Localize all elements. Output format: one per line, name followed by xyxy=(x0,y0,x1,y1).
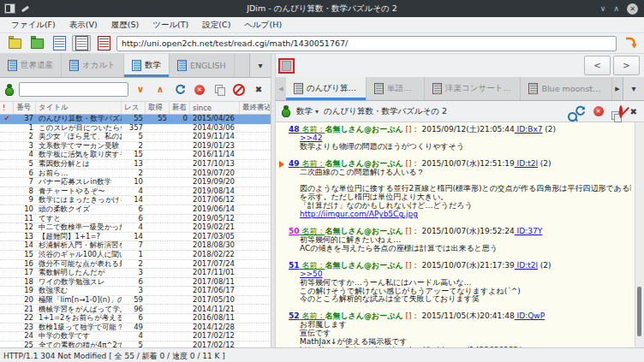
table-row[interactable]: 5素因数分解とは132017/10/13 xyxy=(0,160,271,169)
col-number[interactable]: 番号 xyxy=(14,102,36,114)
search-down-button[interactable]: ∨ xyxy=(133,82,148,98)
table-row[interactable]: 10頭の柔軟クイズ62019/06/14 xyxy=(0,205,271,215)
board-tab-overflow-button[interactable]: ▾ xyxy=(249,54,271,77)
abone-button[interactable] xyxy=(619,107,623,116)
window-close-button[interactable]: ✕ xyxy=(627,3,638,15)
thread-tab-yougaku[interactable]: 洋楽コンサートスレ xyxy=(425,77,521,100)
menu-view[interactable]: 表示(V) xyxy=(63,18,104,33)
stop-button[interactable]: ✕ xyxy=(593,106,604,116)
post-mail: [] xyxy=(403,125,412,134)
titlebar: JDim - のんびり算数・数学パズルその 2 ∨ ∧ ✕ xyxy=(0,0,644,17)
bbs-list-button[interactable] xyxy=(5,35,24,51)
table-row[interactable]: 13【超難問】1+1=?142017/03/05 xyxy=(0,233,271,242)
menu-help[interactable]: ヘルプ(H) xyxy=(238,18,288,33)
col-title[interactable]: タイトル xyxy=(36,102,122,114)
table-row[interactable]: 19数強求む32017/06/17 xyxy=(0,287,271,296)
highlighted-toolbar-button[interactable] xyxy=(278,58,295,74)
thread-tab-nonbiri[interactable]: のんびり算数... xyxy=(286,77,367,100)
table-row[interactable]: 24中学の数学です42017/02/12 xyxy=(0,332,271,341)
dropdown-icon: ▾ xyxy=(315,108,319,116)
menu-settings[interactable]: 設定(C) xyxy=(196,18,236,33)
vertical-scrollbar[interactable] xyxy=(635,122,644,347)
table-row[interactable]: 11てすと62019/05/12 xyxy=(0,215,271,224)
table-row[interactable]: 21機械学習をがんばって学ぶ962014/11/21 xyxy=(0,305,271,314)
table-row[interactable]: 2美少女「ほら見て、私のおま52019/11/14 xyxy=(0,133,271,142)
post-date: ： 2015/10/07(水)21:17:39 xyxy=(412,261,515,270)
table-row[interactable]: 23数検1級って独学で可能？492014/12/28 xyxy=(0,323,271,333)
post-id-link[interactable]: ID:37Y xyxy=(515,227,542,235)
board-tab-occult[interactable]: オカルト xyxy=(62,54,124,77)
board-tab-sekai-isan[interactable]: 世界遺産 xyxy=(0,54,62,77)
search-up-button[interactable]: ∧ xyxy=(152,82,168,98)
thread-tab-overflow-button[interactable]: ▾ xyxy=(623,77,644,100)
board-tab-math[interactable]: 数学 xyxy=(124,54,170,77)
post-link[interactable]: >>50 xyxy=(300,270,323,278)
table-row[interactable]: 1このスレが目についたら何か3572014/03/06 xyxy=(0,124,271,134)
table-row[interactable]: 14杉浦解析入門・解析演習を72018/08/30 xyxy=(0,241,271,251)
menu-tools[interactable]: ツール(T) xyxy=(146,18,194,33)
thread-filter-input[interactable] xyxy=(19,82,128,97)
post-id-link[interactable]: ID:Bx7 xyxy=(515,125,543,134)
favorites-button[interactable] xyxy=(27,35,46,51)
abone-button[interactable] xyxy=(231,82,247,98)
table-row[interactable]: ✔37のんびり算数・数学パズルその 2555502015/04/26 xyxy=(0,115,271,124)
table-row[interactable]: 7バナー応募スレin数学102019/09/20 xyxy=(0,178,271,187)
open-url-button[interactable] xyxy=(620,35,639,51)
thread-tab-tango[interactable]: 単語スレ xyxy=(367,77,425,100)
post-number-link[interactable]: 48 xyxy=(289,125,300,134)
post-number-link[interactable]: 51 xyxy=(289,261,300,270)
scrollbar-thumb[interactable] xyxy=(637,287,641,336)
col-got[interactable]: 取得 xyxy=(146,102,170,114)
post-id-link[interactable]: ID:QwP xyxy=(515,312,545,320)
table-row[interactable]: 3文系数学でマーカン受験22019/01/23 xyxy=(0,142,271,151)
post-link[interactable]: http://iimgur.com/APyb5Cg.jpg xyxy=(300,211,418,218)
table-row[interactable]: 9数学にはまったきっかけを142017/06/12 xyxy=(0,196,271,205)
board-tab-english[interactable]: ENGLISH xyxy=(170,54,235,77)
tab-scroll-right-icon[interactable]: ▶ xyxy=(612,77,623,100)
copy-button[interactable] xyxy=(212,82,227,98)
table-row[interactable]: 20極限「lim[n→1-0](n)」の結592017/05/10 xyxy=(0,296,271,306)
col-new[interactable]: 新着 xyxy=(170,102,190,114)
table-row[interactable]: 6お前ら…22019/07/20 xyxy=(0,169,271,179)
table-row[interactable]: 18ワイの数学勉強スレ62017/08/11 xyxy=(0,278,271,288)
prev-pane-button[interactable]: < xyxy=(584,56,611,75)
col-res[interactable]: レス xyxy=(122,102,146,114)
stop-button[interactable]: ✕ xyxy=(192,82,207,98)
table-row[interactable]: 221+1=2をお前らが考える最も62016/08/11 xyxy=(0,314,271,323)
post-link[interactable]: >>42 xyxy=(300,134,323,142)
pin-pencil-icon xyxy=(21,4,29,13)
image-view-button[interactable] xyxy=(94,35,113,51)
table-row[interactable]: 16微分不可能な点が表れる最22017/07/24 xyxy=(0,260,271,270)
thread-list-view-button[interactable] xyxy=(50,35,69,51)
minimize-button[interactable]: ∨ xyxy=(600,5,606,13)
table-row[interactable]: 8青チャートやるぞ〜42019/08/14 xyxy=(0,187,271,197)
next-pane-button[interactable]: > xyxy=(613,56,640,75)
col-last-write[interactable]: 最終書込 xyxy=(240,102,271,114)
tab-scroll-left-icon[interactable]: ◀ xyxy=(276,77,286,100)
menu-file[interactable]: ファイル(F) xyxy=(5,18,62,33)
maximize-button[interactable]: ∧ xyxy=(613,5,619,13)
table-row[interactable]: 15渋谷のギャル100人に聞い12018/02/22 xyxy=(0,251,271,260)
thread-tab-blue-moonstone[interactable]: Blue moonston... xyxy=(521,77,612,100)
post-id-link[interactable]: ID:t2l xyxy=(515,159,538,168)
post-id-link[interactable]: ID:t2l xyxy=(515,261,538,270)
url-input[interactable] xyxy=(116,36,617,51)
board-select[interactable]: 数学 ▾ xyxy=(296,106,319,117)
close-tab-button[interactable]: ✖ xyxy=(630,107,637,116)
post-number-link[interactable]: 49 xyxy=(289,159,300,168)
reload-list-button[interactable] xyxy=(172,82,188,98)
thread-title: のんびり算数・数学パズルその 2 xyxy=(324,106,562,117)
table-row[interactable]: 17素数解明したんだが32017/11/01 xyxy=(0,269,271,278)
col-mark[interactable]: ! xyxy=(0,102,14,114)
table-row[interactable]: 12中二で数検準一級受かった42019/02/21 xyxy=(0,223,271,233)
stop-icon: ✕ xyxy=(593,106,604,116)
post-number-link[interactable]: 50 xyxy=(289,227,300,235)
table-row[interactable]: 25全ての素数の積が4π^2で52017/02/12 xyxy=(0,341,271,347)
table-row[interactable]: 4数学板に活気を取り戻すぞ152016/11/14 xyxy=(0,151,271,160)
close-tab-button[interactable]: ✖ xyxy=(251,82,266,98)
menu-history[interactable]: 履歴(S) xyxy=(105,18,145,33)
thread-view-button[interactable] xyxy=(72,35,91,51)
col-since[interactable]: since xyxy=(190,102,240,114)
post-link[interactable]: http://super2ch.net/test/read.cgi/kqbbzo… xyxy=(300,347,521,347)
post-number-link[interactable]: 52 xyxy=(289,312,300,320)
